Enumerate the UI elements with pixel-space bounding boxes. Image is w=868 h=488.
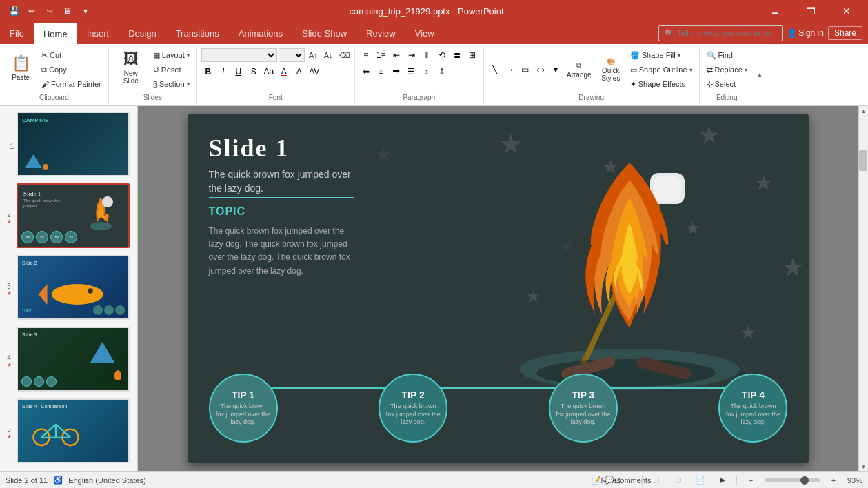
line-tool[interactable]: ╲ [488, 63, 502, 77]
reset-button[interactable]: ↺ Reset [150, 63, 192, 77]
normal-view-button[interactable]: ⊟ [648, 474, 665, 487]
zoom-out-button[interactable]: − [743, 474, 759, 487]
section-button[interactable]: § Section ▾ [150, 77, 192, 91]
tab-review[interactable]: Review [356, 22, 405, 44]
select-button[interactable]: ⊹ Select - [704, 77, 750, 91]
maximize-button[interactable]: 🗖 [795, 0, 827, 22]
increase-font-button[interactable]: A↑ [306, 48, 320, 62]
close-button[interactable]: ✕ [831, 0, 862, 22]
zoom-slider[interactable] [765, 478, 820, 482]
tip-3-circle[interactable]: TIP 3 The quick brown fox jumped over th… [549, 374, 618, 443]
share-button[interactable]: Share [828, 26, 862, 40]
minimize-button[interactable]: 🗕 [759, 0, 791, 22]
change-case-button[interactable]: Aa [262, 65, 276, 79]
rect-tool[interactable]: ▭ [518, 63, 532, 77]
slideshow-button[interactable]: ▶ [714, 474, 731, 487]
quick-styles-button[interactable]: 🎨 Quick Styles [596, 54, 626, 85]
align-text-button[interactable]: ≣ [450, 48, 464, 62]
shape-fill-button[interactable]: 🪣 Shape Fill ▾ [627, 48, 695, 62]
tab-view[interactable]: View [405, 22, 444, 44]
slide-title[interactable]: Slide 1 [209, 134, 290, 163]
replace-button[interactable]: ⇄ Replace ▾ [704, 63, 750, 77]
tip-1-circle[interactable]: TIP 1 The quick brown fox jumped over th… [209, 374, 278, 443]
tab-insert[interactable]: Insert [77, 22, 119, 44]
smartart-button[interactable]: ⊞ [465, 48, 479, 62]
undo-button[interactable]: ↩ [23, 3, 40, 19]
shape-effects-button[interactable]: ✦ Shape Effects - [627, 77, 695, 91]
tab-home[interactable]: Home [34, 22, 77, 44]
char-spacing-button[interactable]: AV [307, 65, 321, 79]
more-shapes-button[interactable]: ▾ [549, 63, 563, 77]
font-name-select[interactable] [201, 48, 277, 62]
scroll-up-button[interactable]: ▲ [859, 106, 868, 116]
align-left-button[interactable]: ⬅ [359, 65, 373, 79]
text-direction-button[interactable]: ⟲ [435, 48, 449, 62]
new-slide-button[interactable]: 🖼 NewSlide [113, 48, 149, 87]
justify-button[interactable]: ☰ [405, 65, 418, 79]
align-center-button[interactable]: ≡ [374, 65, 388, 79]
canvas-scroll[interactable]: ★ ★ ★ ★ ★ ★ ★ ★ ★ ★ Slide 1 The quick br… [138, 106, 858, 471]
collapse-ribbon-button[interactable]: ▲ [754, 47, 765, 103]
tip-2-title: TIP 2 [402, 389, 425, 400]
customize-qat-button[interactable]: ▾ [77, 3, 94, 19]
bold-button[interactable]: B [201, 65, 215, 79]
slide-subtitle[interactable]: The quick brown fox jumped over the lazy… [209, 168, 361, 195]
font-size-select[interactable] [279, 48, 305, 62]
font-color-button[interactable]: A [277, 65, 291, 79]
paste-button[interactable]: 📋 Paste [4, 48, 37, 87]
italic-button[interactable]: I [216, 65, 230, 79]
zoom-slider-thumb[interactable] [800, 476, 809, 485]
tab-animations[interactable]: Animations [229, 22, 292, 44]
line-spacing-button[interactable]: ↕ [420, 65, 434, 79]
oval-tool[interactable]: ⬭ [534, 63, 547, 77]
slide-topic-label[interactable]: TOPIC [209, 205, 246, 218]
reading-view-button[interactable]: 📄 [692, 474, 709, 487]
slide-thumbnail-1[interactable]: CAMPING [17, 112, 130, 176]
tip-4-circle[interactable]: TIP 4 The quick brown fox jumped over th… [718, 374, 787, 443]
tab-slideshow[interactable]: Slide Show [292, 22, 356, 44]
find-button[interactable]: 🔍 Find [704, 48, 750, 62]
cut-button[interactable]: ✂ Cut [39, 48, 104, 62]
slide-body-text[interactable]: The quick brown fox jumped over the lazy… [209, 225, 354, 278]
tell-me-box[interactable]: 🔍 [658, 25, 783, 41]
slide-thumbnail-4[interactable]: Slide 3 [17, 327, 130, 392]
presentation-icon[interactable]: 🖥 [59, 3, 76, 19]
underline-button[interactable]: U [232, 65, 245, 79]
layout-button[interactable]: ▦ Layout ▾ [150, 48, 192, 62]
numbering-button[interactable]: 1≡ [374, 48, 388, 62]
scroll-down-button[interactable]: ▼ [859, 462, 868, 471]
sign-in-button[interactable]: 👤Sign in [787, 28, 824, 38]
slide-sorter-button[interactable]: ⊞ [670, 474, 687, 487]
tab-design[interactable]: Design [119, 22, 165, 44]
strikethrough-button[interactable]: S [247, 65, 261, 79]
comments-button[interactable]: 💬 Comments [620, 474, 636, 487]
slide-thumbnail-3[interactable]: Slide 2 TOPIC [17, 255, 130, 320]
arrow-tool[interactable]: → [503, 63, 517, 77]
clear-format-button[interactable]: ⌫ [336, 48, 350, 62]
scrollbar-thumb[interactable] [859, 150, 867, 171]
tab-transitions[interactable]: Transitions [166, 22, 229, 44]
fire-icon [43, 164, 48, 170]
shape-outline-button[interactable]: ▭ Shape Outline ▾ [627, 63, 695, 77]
tip-2-circle[interactable]: TIP 2 The quick brown fox jumped over th… [379, 374, 447, 443]
columns-button[interactable]: ⫴ [420, 48, 434, 62]
decrease-indent-button[interactable]: ⇤ [390, 48, 403, 62]
format-painter-button[interactable]: 🖌 Format Painter [39, 77, 104, 91]
tab-file[interactable]: File [0, 22, 34, 44]
text-shadow-button[interactable]: A [292, 65, 306, 79]
tell-me-input[interactable] [677, 29, 774, 37]
bullets-button[interactable]: ≡ [359, 48, 373, 62]
ribbon-group-paragraph: ≡ 1≡ ⇤ ⇥ ⫴ ⟲ ≣ ⊞ ⬅ ≡ ⮕ ☰ ↕ ⇕ Paragraph [355, 47, 484, 103]
align-right-button[interactable]: ⮕ [390, 65, 403, 79]
right-scrollbar[interactable]: ▲ ▼ [858, 106, 868, 471]
paragraph-spacing-button[interactable]: ⇕ [435, 65, 449, 79]
increase-indent-button[interactable]: ⇥ [405, 48, 418, 62]
slide-thumbnail-5[interactable]: Slide 4 - Comparison [17, 398, 130, 463]
arrange-button[interactable]: ⧉ Arrange [564, 54, 594, 85]
slide-thumbnail-2[interactable]: Slide 1 The quick brown fox jumped TI [17, 183, 130, 248]
save-button[interactable]: 💾 [6, 3, 22, 19]
redo-button[interactable]: ↪ [41, 3, 58, 19]
decrease-font-button[interactable]: A↓ [321, 48, 335, 62]
copy-button[interactable]: ⧉ Copy [39, 63, 104, 77]
zoom-in-button[interactable]: + [825, 474, 842, 487]
